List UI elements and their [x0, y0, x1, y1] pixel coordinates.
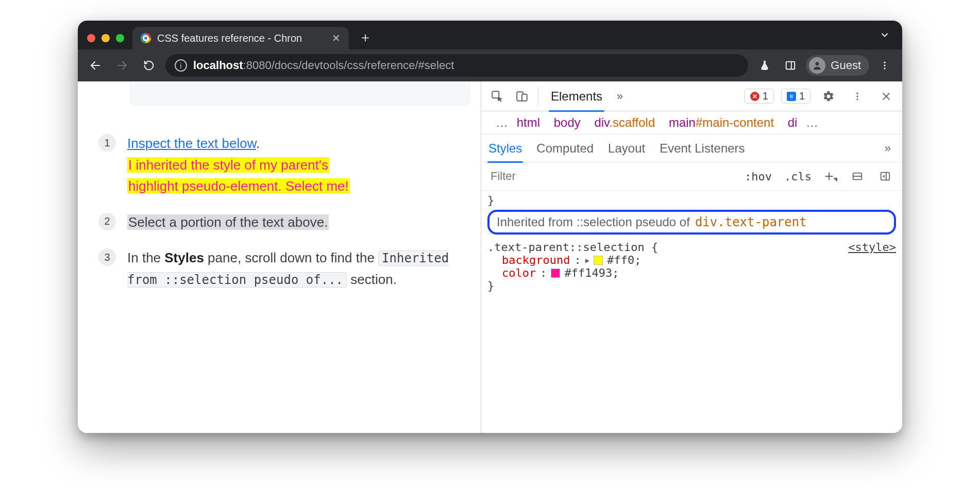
crumb[interactable]: html — [517, 115, 540, 129]
reload-button[interactable] — [139, 55, 159, 76]
crumb-ellipsis-icon[interactable]: … — [496, 115, 508, 129]
toolbar-right: Guest — [754, 55, 895, 76]
color-swatch-icon[interactable] — [594, 256, 603, 265]
browser-chrome: CSS features reference - Chron ✕ ＋ i — [78, 21, 902, 81]
inherited-label: Inherited from ::selection pseudo of — [497, 215, 690, 229]
selected-text[interactable]: Select a portion of the text above. — [127, 214, 329, 230]
crumb[interactable]: body — [554, 115, 581, 129]
css-property: color — [502, 266, 536, 279]
overflow-menu-icon[interactable] — [874, 55, 895, 76]
step-number: 3 — [98, 248, 116, 266]
css-declaration[interactable]: color: #ff1493; — [487, 266, 896, 279]
css-value: #ff1493; — [564, 266, 619, 279]
tab-title: CSS features reference - Chron — [157, 32, 326, 44]
svg-point-4 — [816, 62, 819, 65]
new-tab-button[interactable]: ＋ — [356, 28, 375, 46]
subtab-layout[interactable]: Layout — [608, 135, 645, 162]
brace: } — [487, 194, 896, 207]
devtools-close-icon[interactable] — [875, 86, 897, 107]
devtools-tab-elements[interactable]: Elements — [544, 81, 610, 111]
text: section. — [347, 272, 397, 287]
message-count: 1 — [799, 90, 805, 102]
crumb[interactable]: div.scaffold — [594, 115, 655, 129]
forward-button[interactable] — [112, 55, 132, 76]
page-header-bg — [129, 81, 470, 106]
devtools-panel: Elements » ✕ 1 ≡ 1 — [481, 81, 902, 433]
window-controls — [85, 34, 128, 49]
list-item: 3 In the Styles pane, scroll down to fin… — [98, 247, 460, 290]
devtools-settings-icon[interactable] — [818, 86, 839, 107]
hov-button[interactable]: :hov — [741, 170, 775, 183]
close-window-icon[interactable] — [87, 34, 95, 42]
profile-label: Guest — [831, 59, 861, 72]
error-count: 1 — [763, 90, 768, 102]
devtools-top-bar: Elements » ✕ 1 ≡ 1 — [481, 81, 902, 111]
devtools-menu-icon[interactable] — [847, 86, 868, 107]
avatar-icon — [809, 57, 825, 74]
site-info-icon[interactable]: i — [175, 59, 187, 72]
cls-button[interactable]: .cls — [781, 170, 815, 183]
styles-rules: } Inherited from ::selection pseudo of d… — [481, 191, 902, 298]
message-badge[interactable]: ≡ 1 — [781, 89, 810, 104]
flexbox-editor-icon[interactable] — [847, 165, 868, 187]
styles-filter-bar: :hov .cls — [481, 162, 902, 191]
url-text: localhost:8080/docs/devtools/css/referen… — [193, 59, 454, 72]
labs-icon[interactable] — [754, 55, 775, 76]
subtab-styles[interactable]: Styles — [488, 135, 522, 162]
svg-rect-10 — [522, 94, 527, 101]
css-rule-header[interactable]: .text-parent::selection { <style> — [487, 241, 896, 254]
crumb-ellipsis-icon[interactable]: … — [806, 115, 818, 129]
browser-toolbar: i localhost:8080/docs/devtools/css/refer… — [78, 49, 902, 81]
ordered-list: 1 Inspect the text below. I inherited th… — [98, 133, 460, 291]
inspect-link[interactable]: Inspect the text below — [127, 136, 256, 151]
error-badge[interactable]: ✕ 1 — [745, 89, 774, 104]
message-icon: ≡ — [787, 92, 796, 101]
brace: } — [487, 279, 896, 292]
side-panel-icon[interactable] — [780, 55, 801, 76]
new-style-rule-icon[interactable] — [821, 165, 840, 187]
zoom-window-icon[interactable] — [116, 34, 124, 42]
profile-button[interactable]: Guest — [806, 55, 869, 76]
highlighted-text[interactable]: I inherited the style of my parent's — [127, 157, 329, 173]
tab-list-button[interactable] — [880, 30, 895, 49]
css-value: #ff0; — [607, 254, 641, 266]
bold-text: Styles — [164, 250, 204, 265]
svg-rect-2 — [786, 62, 795, 70]
svg-point-7 — [884, 68, 885, 69]
css-declaration[interactable]: background: ▶ #ff0; — [487, 254, 896, 266]
step-body: In the Styles pane, scroll down to find … — [127, 247, 460, 290]
inherited-selector: div.text-parent — [695, 215, 807, 229]
address-bar[interactable]: i localhost:8080/docs/devtools/css/refer… — [165, 54, 748, 77]
subtab-event-listeners[interactable]: Event Listeners — [660, 135, 745, 162]
css-source-link[interactable]: <style> — [848, 241, 896, 254]
crumb[interactable]: main#main-content — [669, 115, 774, 129]
svg-point-11 — [856, 92, 858, 94]
browser-window: CSS features reference - Chron ✕ ＋ i — [78, 21, 902, 433]
inspect-element-icon[interactable] — [486, 86, 508, 107]
computed-panel-toggle-icon[interactable] — [874, 165, 896, 187]
color-swatch-icon[interactable] — [551, 269, 560, 278]
device-toggle-icon[interactable] — [511, 86, 533, 107]
svg-point-13 — [856, 98, 858, 100]
web-page: 1 Inspect the text below. I inherited th… — [78, 81, 481, 433]
text: In the — [127, 250, 164, 265]
back-button[interactable] — [85, 55, 106, 76]
browser-tab[interactable]: CSS features reference - Chron ✕ — [132, 27, 349, 49]
svg-point-5 — [884, 62, 885, 63]
minimize-window-icon[interactable] — [102, 34, 110, 42]
inherited-section-header[interactable]: Inherited from ::selection pseudo of div… — [487, 210, 896, 235]
crumb[interactable]: di — [788, 115, 798, 129]
error-icon: ✕ — [750, 92, 759, 101]
subtab-computed[interactable]: Computed — [536, 135, 594, 162]
styles-subtabs: Styles Computed Layout Event Listeners » — [481, 135, 902, 162]
styles-filter-input[interactable] — [487, 167, 735, 186]
step-body: Select a portion of the text above. — [127, 212, 329, 233]
element-breadcrumb[interactable]: … html body div.scaffold main#main-conte… — [481, 111, 902, 135]
tab-close-icon[interactable]: ✕ — [332, 32, 341, 44]
subtabs-more-icon[interactable]: » — [881, 142, 895, 155]
expand-icon[interactable]: ▶ — [585, 256, 589, 264]
content-area: 1 Inspect the text below. I inherited th… — [78, 81, 902, 433]
highlighted-text[interactable]: highlight pseudo-element. Select me! — [127, 178, 350, 194]
devtools-tabs-more-icon[interactable]: » — [613, 90, 627, 103]
chrome-favicon-icon — [141, 33, 151, 43]
